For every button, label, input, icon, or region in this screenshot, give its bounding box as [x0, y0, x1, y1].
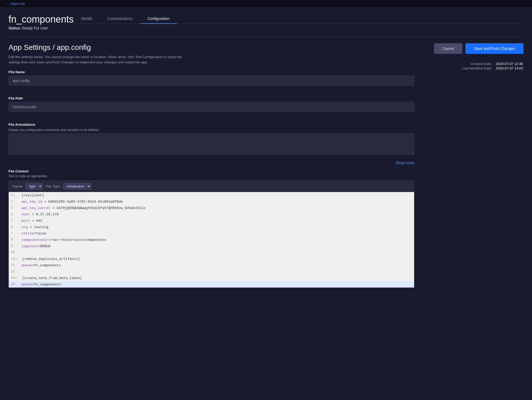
file-content-title: File Content: [8, 169, 414, 173]
line-content: queue=fn_components: [19, 263, 61, 267]
code-line-8: 8componentsdir=/var/rescircuits/componen…: [9, 237, 414, 243]
eq-token: = kb7HjQ09QGGBwwgY91UoSfqh7QFRnRzw_KUhah…: [52, 206, 145, 210]
line-number: 7: [9, 232, 19, 235]
status-value: Ready For Use!: [22, 26, 48, 30]
apps-list-label: ← Apps List: [6, 2, 25, 6]
key-token: loglevel: [21, 244, 38, 248]
apps-list-link[interactable]: ← Apps List: [6, 2, 526, 6]
line-number: 13: [9, 270, 19, 273]
file-path-input[interactable]: [8, 102, 414, 112]
line-content: port = 443: [19, 219, 42, 223]
file-annotations-group: File Annotations Display any configurati…: [8, 123, 414, 155]
line-content: cafile=false: [19, 232, 46, 236]
code-line-4: 4host = 9.37.29.170: [9, 211, 414, 218]
tabs-container: Details Customizations Configuration: [74, 14, 524, 24]
line-number: 15: [9, 282, 19, 286]
line-number: 10: [9, 251, 19, 254]
cancel-button[interactable]: Cancel: [434, 43, 463, 54]
section-desc: Edit the settings below. You cannot chan…: [8, 54, 189, 65]
file-type-select[interactable]: Initialization Other: [63, 183, 91, 190]
section-title: App Settings / app.config: [8, 43, 414, 52]
eq-token: = testing: [30, 225, 48, 229]
key-token: org: [21, 225, 30, 229]
eq-token: =fn_components: [32, 282, 61, 286]
file-name-group: File Name: [8, 70, 414, 91]
code-line-5: 5port = 443: [9, 218, 414, 224]
line-number: 9: [9, 244, 19, 248]
line-content: loglevel=DEBUG: [19, 244, 50, 248]
code-line-11: 11▾[remove_duplicate_artifacts]: [9, 256, 414, 262]
key-token: queue: [21, 263, 32, 267]
top-bar: ← Apps List: [0, 0, 532, 7]
eq-token: =DEBUG: [38, 244, 50, 248]
fold-arrow: ▾: [13, 194, 15, 197]
theme-select[interactable]: light dark: [26, 183, 43, 190]
title-area: fn_components Status: Ready For Use!: [8, 14, 74, 34]
key-token: componentsdir: [21, 238, 48, 242]
fold-arrow: ▾: [15, 276, 17, 280]
theme-label: Theme: [12, 184, 23, 188]
divider: [8, 37, 524, 37]
created-date-value: 2020-07-07 12:48: [496, 62, 523, 66]
line-number: 6: [9, 225, 19, 229]
code-editor[interactable]: 1▾[resilient]2api_key_id = b90d1285-5a03…: [8, 192, 414, 288]
eq-token: =false: [34, 232, 46, 236]
tab-configuration[interactable]: Configuration: [140, 14, 177, 24]
page-title: fn_components: [8, 14, 74, 25]
file-name-input[interactable]: [8, 76, 414, 86]
show-more-button[interactable]: Show more: [396, 161, 414, 165]
code-line-6: 6org = testing: [9, 224, 414, 230]
line-number: 12: [9, 263, 19, 267]
line-content: api_key_id = b90d1285-5a03-4783-8414-62c…: [19, 200, 123, 204]
tabs-row: Details Customizations Configuration: [74, 14, 524, 24]
eq-token: = 443: [32, 219, 42, 223]
file-name-label: File Name: [8, 70, 414, 74]
code-line-7: 7cafile=false: [9, 230, 414, 237]
code-line-15: 15queue=fn_components: [9, 281, 414, 288]
created-date-label: Created Date:: [462, 62, 495, 66]
file-annotations-desc: Display any configuration comments and v…: [8, 128, 414, 132]
editor-toolbar: Theme light dark File Type Initializatio…: [8, 181, 414, 192]
code-line-12: 12queue=fn_components: [9, 262, 414, 268]
key-token: port: [21, 219, 32, 223]
line-content: org = testing: [19, 225, 48, 229]
right-section: Cancel Save and Push Changes Created Dat…: [423, 43, 524, 290]
code-line-14: 14▾[create_note_from_data_table]: [9, 275, 414, 281]
line-number: 11▾: [9, 257, 20, 261]
page-header: fn_components Status: Ready For Use! Det…: [8, 14, 524, 34]
line-number: 4: [9, 212, 19, 216]
code-line-2: 2api_key_id = b90d1285-5a03-4783-8414-62…: [9, 198, 414, 205]
code-line-13: 13: [9, 268, 414, 275]
save-button[interactable]: Save and Push Changes: [466, 43, 524, 54]
code-line-1: 1▾[resilient]: [9, 192, 414, 198]
modified-date-label: Last Modified Date:: [462, 66, 495, 70]
main-layout: App Settings / app.config Edit the setti…: [8, 43, 524, 290]
line-number: 5: [9, 219, 19, 223]
line-content: [resilient]: [19, 193, 44, 197]
file-annotations-textarea[interactable]: [8, 133, 414, 155]
line-content: [create_note_from_data_table]: [20, 276, 82, 280]
line-content: host = 9.37.29.170: [19, 212, 59, 216]
section-bracket: [remove_duplicate_artifacts]: [22, 257, 80, 261]
eq-token: = 9.37.29.170: [32, 212, 59, 216]
code-line-9: 9loglevel=DEBUG: [9, 243, 414, 249]
line-content: api_key_secret = kb7HjQ09QGGBwwgY91UoSfq…: [19, 206, 145, 210]
key-token: api_key_id: [21, 200, 44, 204]
eq-token: =fn_components: [32, 263, 61, 267]
left-section: App Settings / app.config Edit the setti…: [8, 43, 414, 290]
key-token: host: [21, 212, 32, 216]
tab-details[interactable]: Details: [74, 14, 100, 24]
page-content: fn_components Status: Ready For Use! Det…: [0, 7, 532, 296]
line-number: 3: [9, 206, 19, 210]
key-token: api_key_secret: [21, 206, 52, 210]
eq-token: = b90d1285-5a03-4783-8414-62c081ddf0db: [44, 200, 123, 204]
file-type-label: File Type: [46, 184, 60, 188]
line-content: queue=fn_components: [19, 282, 61, 286]
eq-token: =/var/rescircuits/components: [48, 238, 106, 242]
section-bracket: [create_note_from_data_table]: [22, 276, 82, 280]
modified-date-value: 2020-07-07 14:03: [496, 66, 523, 70]
file-content-desc: Text or code as appropriate.: [8, 174, 414, 178]
tab-customizations[interactable]: Customizations: [100, 14, 140, 24]
line-number: 8: [9, 238, 19, 242]
file-annotations-label: File Annotations: [8, 123, 414, 127]
